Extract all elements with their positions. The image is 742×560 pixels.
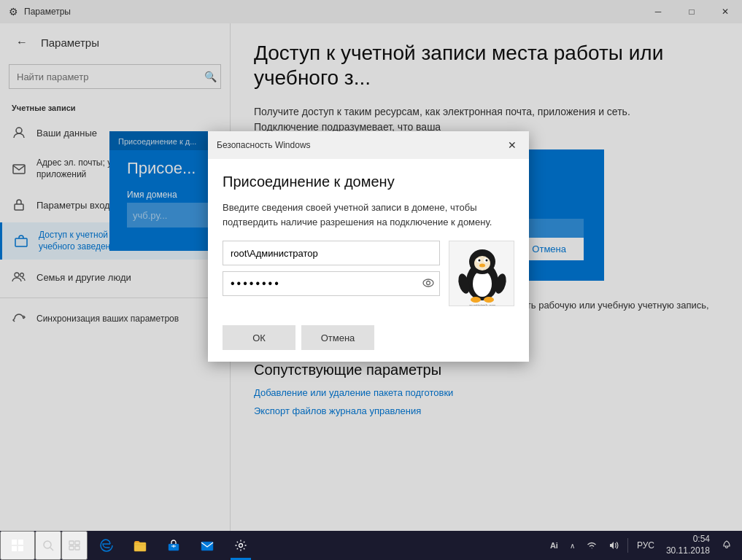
- taskbar-network-button[interactable]: [582, 531, 601, 560]
- windows-logo: [12, 540, 23, 551]
- security-dialog-close-button[interactable]: ✕: [504, 137, 520, 153]
- svg-rect-25: [69, 541, 74, 545]
- svg-point-12: [474, 256, 490, 271]
- taskbar-volume-button[interactable]: [604, 531, 623, 560]
- security-dialog-title: Безопасность Windows: [217, 140, 311, 150]
- taskbar-ai-button[interactable]: Ai: [546, 531, 563, 560]
- taskbar-search-button[interactable]: [35, 531, 61, 560]
- taskbar-clock[interactable]: 0:54 30.11.2018: [662, 531, 714, 560]
- show-password-button[interactable]: [422, 278, 434, 289]
- penguin-image: pyatistmk.org: [449, 241, 514, 306]
- security-dialog-body: Присоединение к домену Введите сведения …: [208, 159, 529, 318]
- security-dialog: Безопасность Windows ✕ Присоединение к д…: [208, 131, 529, 362]
- svg-rect-28: [75, 546, 80, 550]
- svg-line-24: [50, 548, 53, 551]
- security-dialog-title-bar: Безопасность Windows ✕: [208, 131, 529, 159]
- svg-rect-27: [69, 546, 74, 550]
- taskbar-app-edge[interactable]: [90, 531, 123, 560]
- security-dialog-inner: pyatistmk.org: [223, 241, 514, 306]
- taskbar-language-button[interactable]: РУС: [633, 531, 659, 560]
- security-dialog-footer: ОК Отмена: [208, 318, 529, 362]
- svg-rect-31: [201, 542, 213, 551]
- taskbar-app-mail[interactable]: [191, 531, 223, 560]
- ok-button[interactable]: ОК: [223, 325, 295, 350]
- svg-point-6: [423, 279, 433, 287]
- chevron-icon: ∧: [570, 542, 575, 550]
- svg-rect-26: [75, 541, 80, 545]
- taskbar-app-explorer[interactable]: [124, 531, 156, 560]
- ai-label: Ai: [550, 541, 558, 550]
- security-form: [223, 241, 440, 296]
- username-input[interactable]: [223, 241, 440, 265]
- svg-point-16: [486, 260, 488, 262]
- svg-point-18: [471, 297, 481, 303]
- svg-text:pyatistmk.org: pyatistmk.org: [469, 303, 495, 306]
- security-dialog-header: Присоединение к домену: [223, 174, 514, 190]
- password-wrap: [223, 271, 440, 296]
- svg-point-15: [479, 260, 481, 262]
- taskbar-app-store[interactable]: [158, 531, 190, 560]
- task-view-button[interactable]: [61, 531, 88, 560]
- taskbar-separator: [627, 538, 628, 553]
- svg-point-32: [239, 544, 243, 548]
- clock-date: 30.11.2018: [666, 545, 710, 557]
- taskbar-overflow-button[interactable]: ∧: [565, 531, 579, 560]
- svg-point-17: [479, 264, 485, 268]
- taskbar-notification-button[interactable]: [717, 531, 736, 560]
- cancel-button[interactable]: Отмена: [301, 325, 374, 350]
- taskbar: Ai ∧ РУС 0:54 30.11.2018: [0, 531, 742, 560]
- password-input[interactable]: [223, 271, 440, 296]
- taskbar-right: Ai ∧ РУС 0:54 30.11.2018: [546, 531, 742, 560]
- svg-point-23: [44, 541, 51, 548]
- svg-point-19: [484, 297, 494, 303]
- clock-display: 0:54 30.11.2018: [666, 534, 710, 556]
- taskbar-pinned-apps: [90, 531, 257, 560]
- start-button[interactable]: [0, 531, 35, 560]
- language-label: РУС: [637, 540, 654, 551]
- svg-point-7: [427, 281, 430, 285]
- svg-rect-29: [134, 542, 146, 551]
- security-dialog-description: Введите сведения своей учетной записи в …: [223, 201, 514, 229]
- svg-point-10: [473, 271, 492, 297]
- clock-time: 0:54: [666, 534, 710, 545]
- taskbar-app-settings[interactable]: [225, 531, 257, 560]
